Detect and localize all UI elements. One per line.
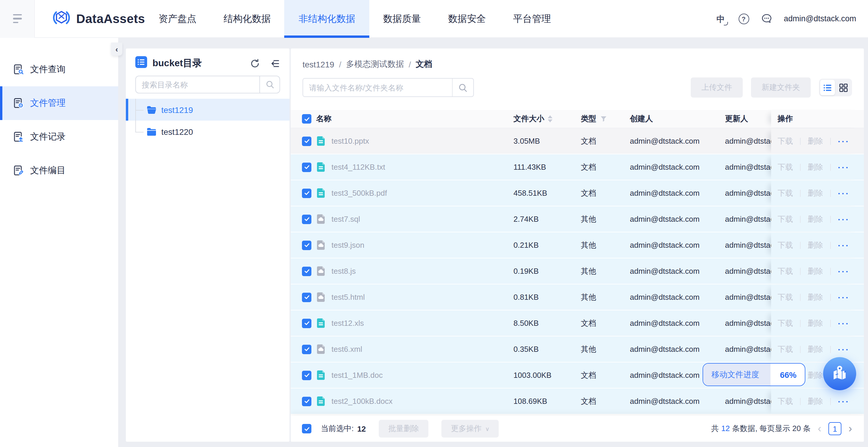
table-row[interactable]: test12.xls 8.50KB 文档 admin@dtstack.com a… [291, 310, 864, 336]
row-more-actions[interactable]: ··· [838, 216, 850, 222]
file-name[interactable]: test3_500kB.pdf [332, 189, 387, 198]
delete-link[interactable]: 删除 [808, 214, 823, 225]
download-link[interactable]: 下载 [778, 136, 793, 146]
nav-item-link[interactable]: 结构化数据 [210, 0, 284, 37]
table-row[interactable]: test4_112KB.txt 111.43KB 文档 admin@dtstac… [291, 154, 864, 180]
table-row[interactable]: test6.xml 0.35KB 其他 admin@dtstack.com ad… [291, 336, 864, 362]
delete-link[interactable]: 删除 [808, 318, 823, 328]
sidebar-item-文件查询[interactable]: 文件查询 [0, 53, 118, 86]
row-checkbox[interactable] [302, 345, 311, 354]
row-checkbox[interactable] [302, 240, 311, 250]
row-more-actions[interactable]: ··· [838, 138, 850, 144]
delete-link[interactable]: 删除 [808, 136, 823, 146]
table-row[interactable]: test2_100kB.docx 108.69KB 文档 admin@dtsta… [291, 388, 864, 415]
file-name[interactable]: test4_112KB.txt [332, 162, 385, 172]
delete-link[interactable]: 删除 [808, 370, 823, 381]
nav-item-link[interactable]: 数据质量 [370, 0, 435, 37]
download-link[interactable]: 下载 [778, 188, 793, 198]
row-checkbox[interactable] [302, 136, 311, 146]
file-name[interactable]: test2_100kB.docx [332, 397, 393, 406]
help-icon[interactable]: ? [738, 13, 749, 25]
file-name[interactable]: test6.xml [332, 345, 362, 354]
batch-delete-button[interactable]: 批量删除 [379, 420, 428, 438]
row-checkbox[interactable] [302, 370, 311, 380]
menu-toggle-button[interactable] [0, 0, 35, 37]
row-checkbox[interactable] [302, 188, 311, 198]
nav-item-active[interactable]: 非结构化数据 [284, 0, 370, 37]
download-link[interactable]: 下载 [778, 292, 793, 302]
column-size[interactable]: 文件大小 [514, 110, 581, 128]
nav-item-link[interactable]: 平台管理 [500, 0, 565, 37]
delete-link[interactable]: 删除 [808, 240, 823, 250]
row-checkbox[interactable] [302, 162, 311, 172]
filter-icon[interactable] [600, 116, 607, 122]
breadcrumb-folder[interactable]: 多模态测试数据 [346, 59, 404, 70]
row-checkbox[interactable] [302, 214, 311, 224]
collapse-tree-icon[interactable] [270, 58, 280, 68]
table-row[interactable]: test9.json 0.21KB 其他 admin@dtstack.com a… [291, 232, 864, 258]
nav-item-link[interactable]: 资产盘点 [145, 0, 210, 37]
sidebar-collapse-handle[interactable]: ‹ [111, 42, 122, 56]
delete-link[interactable]: 删除 [808, 292, 823, 302]
table-row[interactable]: test3_500kB.pdf 458.51KB 文档 admin@dtstac… [291, 180, 864, 206]
row-more-actions[interactable]: ··· [838, 294, 850, 300]
download-link[interactable]: 下载 [778, 318, 793, 328]
row-checkbox[interactable] [302, 266, 311, 276]
refresh-icon[interactable] [249, 58, 260, 68]
download-link[interactable]: 下载 [778, 162, 793, 172]
row-more-actions[interactable]: ··· [838, 320, 850, 326]
sidebar-item-文件管理[interactable]: 文件管理 [0, 86, 118, 120]
row-checkbox[interactable] [302, 292, 311, 302]
row-more-actions[interactable]: ··· [838, 346, 850, 352]
breadcrumb-bucket[interactable]: test1219 [303, 60, 334, 69]
file-search-button[interactable] [452, 79, 473, 96]
download-link[interactable]: 下载 [778, 344, 793, 355]
new-folder-button[interactable]: 新建文件夹 [751, 78, 811, 97]
nav-item-link[interactable]: 数据安全 [435, 0, 500, 37]
row-checkbox[interactable] [302, 319, 311, 328]
app-logo[interactable]: DataAssets [52, 7, 145, 30]
floating-map-button[interactable] [823, 357, 856, 390]
grid-view-button[interactable] [836, 80, 851, 95]
sidebar-item-文件记录[interactable]: 文件记录 [0, 120, 118, 154]
more-actions-button[interactable]: 更多操作∨ [441, 420, 499, 438]
bucket-search-button[interactable] [259, 76, 279, 93]
download-link[interactable]: 下载 [778, 214, 793, 225]
file-name[interactable]: test5.html [332, 293, 365, 302]
file-name[interactable]: test7.sql [332, 215, 360, 224]
row-checkbox[interactable] [302, 396, 311, 406]
row-more-actions[interactable]: ··· [838, 190, 850, 196]
bucket-search-input[interactable] [136, 80, 259, 89]
table-row[interactable]: test7.sql 2.74KB 其他 admin@dtstack.com ad… [291, 206, 864, 232]
user-account[interactable]: admin@dtstack.com [784, 14, 856, 23]
tree-item-test1220[interactable]: test1220 [126, 121, 289, 143]
file-name[interactable]: test10.pptx [332, 137, 369, 145]
sidebar-item-文件编目[interactable]: 文件编目 [0, 154, 118, 187]
select-all-checkbox[interactable] [302, 114, 311, 124]
delete-link[interactable]: 删除 [808, 162, 823, 172]
footer-select-all-checkbox[interactable] [302, 424, 311, 434]
sort-icon[interactable] [548, 115, 553, 122]
current-page[interactable]: 1 [829, 422, 841, 435]
row-more-actions[interactable]: ··· [838, 398, 850, 404]
delete-link[interactable]: 删除 [808, 188, 823, 198]
file-name[interactable]: test8.js [332, 267, 356, 275]
file-name[interactable]: test1_1MB.doc [332, 371, 382, 380]
table-row[interactable]: test5.html 0.81KB 其他 admin@dtstack.com a… [291, 285, 864, 310]
delete-link[interactable]: 删除 [808, 344, 823, 355]
table-row[interactable]: test10.pptx 3.05MB 文档 admin@dtstack.com … [291, 128, 864, 154]
delete-link[interactable]: 删除 [808, 396, 823, 407]
upload-file-button[interactable]: 上传文件 [691, 78, 743, 97]
language-switch-icon[interactable]: 中 [715, 13, 726, 25]
row-more-actions[interactable]: ··· [838, 268, 850, 274]
prev-page-button[interactable]: ‹ [818, 423, 821, 434]
list-view-button[interactable] [820, 80, 835, 95]
row-more-actions[interactable]: ··· [838, 242, 850, 248]
tree-item-test1219[interactable]: test1219 [126, 99, 289, 121]
delete-link[interactable]: 删除 [808, 266, 823, 276]
download-link[interactable]: 下载 [778, 396, 793, 407]
feedback-icon[interactable] [761, 13, 773, 25]
column-type[interactable]: 类型 [581, 110, 630, 128]
download-link[interactable]: 下载 [778, 240, 793, 250]
download-link[interactable]: 下载 [778, 266, 793, 276]
